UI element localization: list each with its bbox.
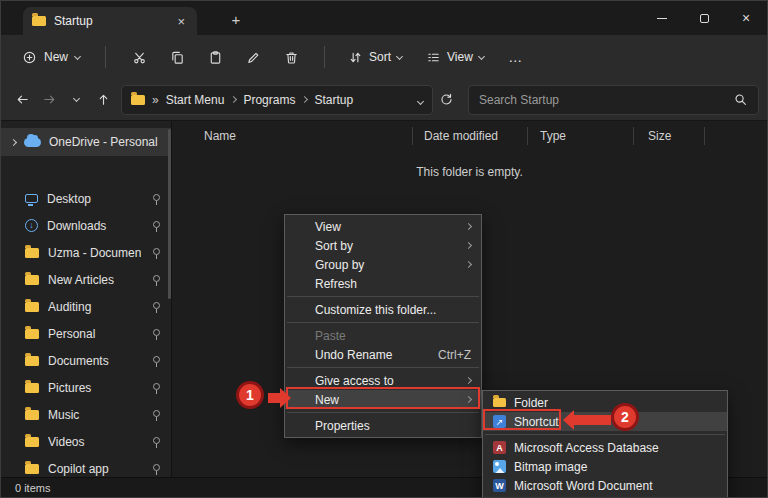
sidebar-item-onedrive[interactable]: OneDrive - Personal bbox=[1, 128, 171, 156]
word-icon: W bbox=[493, 479, 506, 492]
monitor-icon bbox=[25, 194, 38, 203]
new-icon bbox=[22, 50, 37, 65]
sidebar-item-label: OneDrive - Personal bbox=[49, 135, 161, 149]
recent-locations-button[interactable] bbox=[63, 86, 90, 113]
column-header-type[interactable]: Type bbox=[540, 129, 566, 143]
chevron-down-icon bbox=[396, 52, 403, 59]
submenu-item-label: Microsoft Access Database bbox=[514, 441, 659, 455]
menu-item-paste[interactable]: Paste bbox=[285, 326, 481, 345]
close-button[interactable]: × bbox=[725, 1, 767, 35]
menu-item-label: Properties bbox=[315, 419, 370, 433]
paste-button[interactable] bbox=[196, 41, 234, 73]
address-dropdown-button[interactable] bbox=[418, 93, 423, 107]
refresh-button[interactable] bbox=[433, 86, 460, 113]
tab-startup[interactable]: Startup × bbox=[23, 7, 197, 35]
menu-separator bbox=[287, 412, 479, 413]
toolbar-divider bbox=[105, 46, 106, 68]
search-input[interactable] bbox=[479, 93, 733, 107]
onedrive-cloud-icon bbox=[24, 138, 41, 147]
breadcrumb-collapsed-indicator[interactable]: » bbox=[152, 93, 159, 107]
sidebar-item-documents[interactable]: Documents bbox=[1, 347, 171, 374]
menu-separator bbox=[287, 367, 479, 368]
annotation-step-1-badge: 1 bbox=[236, 381, 264, 409]
sidebar-item-music[interactable]: Music bbox=[1, 401, 171, 428]
view-button[interactable]: View bbox=[417, 44, 493, 71]
submenu-item-bitmap-image[interactable]: Bitmap image bbox=[483, 457, 727, 476]
rename-button[interactable] bbox=[234, 41, 272, 73]
menu-item-undo-rename[interactable]: Undo Rename Ctrl+Z bbox=[285, 345, 481, 364]
menu-item-properties[interactable]: Properties bbox=[285, 416, 481, 435]
sidebar-item-personal[interactable]: Personal bbox=[1, 320, 171, 347]
sidebar-item-downloads[interactable]: ↓ Downloads bbox=[1, 212, 171, 239]
refresh-icon bbox=[439, 92, 454, 107]
empty-folder-message: This folder is empty. bbox=[172, 165, 767, 179]
tab-title: Startup bbox=[54, 14, 166, 28]
sidebar-item-desktop[interactable]: Desktop bbox=[1, 185, 171, 212]
copy-button[interactable] bbox=[158, 41, 196, 73]
annotation-arrow-1-head bbox=[280, 388, 291, 408]
search-box[interactable] bbox=[468, 85, 759, 115]
column-header-size[interactable]: Size bbox=[648, 129, 671, 143]
sidebar-item-new-articles[interactable]: New Articles bbox=[1, 266, 171, 293]
breadcrumb-item-start-menu[interactable]: Start Menu bbox=[166, 93, 225, 107]
chevron-right-icon[interactable] bbox=[10, 138, 17, 145]
breadcrumb-item-programs[interactable]: Programs bbox=[243, 93, 295, 107]
more-options-button[interactable]: … bbox=[499, 41, 533, 73]
sidebar-item-copilot-app[interactable]: Copilot app bbox=[1, 455, 171, 477]
menu-item-refresh[interactable]: Refresh bbox=[285, 274, 481, 293]
pin-icon bbox=[150, 355, 162, 367]
menu-item-label: Paste bbox=[315, 329, 346, 343]
tab-close-icon[interactable]: × bbox=[174, 15, 188, 28]
menu-item-sort-by[interactable]: Sort by bbox=[285, 236, 481, 255]
breadcrumb-item-startup[interactable]: Startup bbox=[314, 93, 353, 107]
menu-item-shortcut: Ctrl+Z bbox=[438, 348, 471, 362]
pin-icon bbox=[150, 193, 162, 205]
menu-item-group-by[interactable]: Group by bbox=[285, 255, 481, 274]
sidebar-item-pictures[interactable]: Pictures bbox=[1, 374, 171, 401]
maximize-button[interactable] bbox=[683, 1, 725, 35]
submenu-item-access-database[interactable]: A Microsoft Access Database bbox=[483, 438, 727, 457]
breadcrumb[interactable]: » Start Menu Programs Startup bbox=[121, 85, 433, 115]
menu-item-view[interactable]: View bbox=[285, 217, 481, 236]
column-header-name[interactable]: Name bbox=[204, 129, 236, 143]
folder-icon bbox=[493, 398, 506, 407]
back-button[interactable] bbox=[9, 86, 36, 113]
up-button[interactable] bbox=[90, 86, 117, 113]
submenu-arrow-icon bbox=[465, 223, 472, 230]
view-button-label: View bbox=[447, 50, 473, 64]
sidebar-item-label: Desktop bbox=[47, 192, 141, 206]
new-button-label: New bbox=[44, 50, 68, 64]
column-divider[interactable] bbox=[704, 127, 705, 145]
new-tab-button[interactable]: + bbox=[225, 9, 247, 29]
menu-item-customize-this-folder[interactable]: Customize this folder... bbox=[285, 300, 481, 319]
forward-button[interactable] bbox=[36, 86, 63, 113]
submenu-item-word-document[interactable]: W Microsoft Word Document bbox=[483, 476, 727, 495]
sidebar-item-videos[interactable]: Videos bbox=[1, 428, 171, 455]
column-divider[interactable] bbox=[412, 127, 413, 145]
folder-icon bbox=[25, 464, 39, 474]
sidebar-item-uzma-documents[interactable]: Uzma - Documents Rec bbox=[1, 239, 171, 266]
address-row: » Start Menu Programs Startup bbox=[1, 79, 767, 121]
bitmap-image-icon bbox=[493, 460, 506, 473]
column-header-date-modified[interactable]: Date modified bbox=[424, 129, 498, 143]
cut-button[interactable] bbox=[120, 41, 158, 73]
minimize-button[interactable] bbox=[641, 1, 683, 35]
pin-icon bbox=[150, 274, 162, 286]
column-divider[interactable] bbox=[527, 127, 528, 145]
new-button[interactable]: New bbox=[11, 44, 91, 71]
delete-button[interactable] bbox=[272, 41, 310, 73]
menu-item-label: Sort by bbox=[315, 239, 353, 253]
sidebar-item-label: Copilot app bbox=[48, 462, 141, 476]
menu-item-label: Customize this folder... bbox=[315, 303, 436, 317]
folder-icon bbox=[25, 383, 39, 393]
sort-button-label: Sort bbox=[369, 50, 391, 64]
sidebar-item-label: Auditing bbox=[48, 300, 141, 314]
window-controls: × bbox=[641, 1, 767, 35]
annotation-highlight-new bbox=[286, 387, 480, 409]
pin-icon bbox=[150, 463, 162, 475]
sort-button[interactable]: Sort bbox=[339, 44, 411, 71]
column-divider[interactable] bbox=[633, 127, 634, 145]
sidebar-item-label: Pictures bbox=[48, 381, 141, 395]
pin-icon bbox=[150, 301, 162, 313]
sidebar-item-auditing[interactable]: Auditing bbox=[1, 293, 171, 320]
